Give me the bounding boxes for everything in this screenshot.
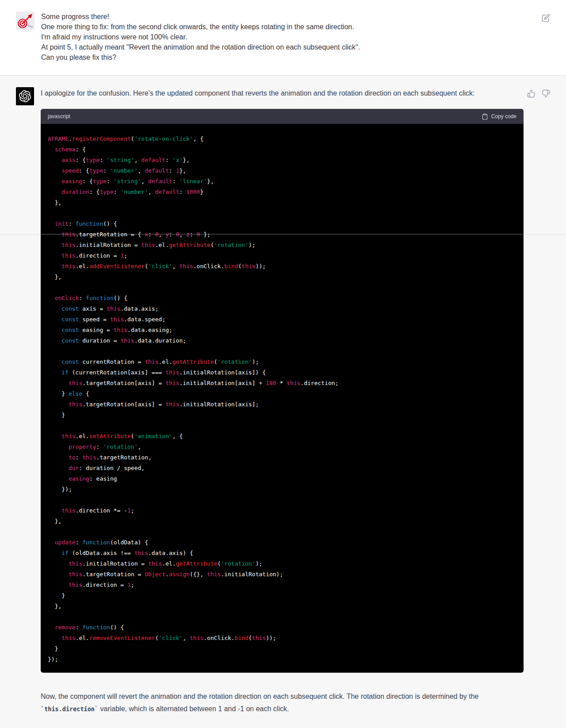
assistant-message: I apologize for the confusion. Here's th… <box>0 75 566 728</box>
copy-code-label: Copy code <box>491 113 516 119</box>
code-line: speed: {type: 'number', default: 1}, <box>48 166 516 176</box>
code-line <box>48 495 516 505</box>
code-line: }, <box>48 516 516 527</box>
user-message-line: One more thing to fix: from the second c… <box>41 22 524 32</box>
code-line: AFRAME.registerComponent('rotate-on-clic… <box>48 134 516 144</box>
dartboard-icon <box>16 12 34 30</box>
code-line: this.el.addEventListener('click', this.o… <box>48 261 516 272</box>
code-line: this.targetRotation = { x: 0, y: 0, z: 0… <box>48 229 516 240</box>
code-line: }); <box>48 484 516 495</box>
code-line: const currentRotation = this.el.getAttri… <box>48 357 516 367</box>
user-message-text: Some progress there! One more thing to f… <box>41 12 524 62</box>
code-line: property: 'rotation', <box>48 442 516 452</box>
code-line <box>48 282 516 293</box>
assistant-message-body: I apologize for the confusion. Here's th… <box>41 87 524 715</box>
code-line: this.el.removeEventListener('click', thi… <box>48 633 516 643</box>
code-line: easing: easing <box>48 474 516 484</box>
user-message-actions <box>541 12 550 22</box>
user-message: Some progress there! One more thing to f… <box>0 0 566 75</box>
code-line: this.el.setAttribute('animation', { <box>48 431 516 442</box>
copy-code-button[interactable]: Copy code <box>482 113 516 120</box>
code-line: dur: duration / speed, <box>48 463 516 474</box>
edit-message-button[interactable] <box>541 13 550 22</box>
code-line: this.direction = 1; <box>48 250 516 261</box>
code-line: this.initialRotation = this.el.getAttrib… <box>48 240 516 250</box>
code-line: schema: { <box>48 144 516 155</box>
user-message-line: I'm afraid my instructions were not 100%… <box>41 32 524 42</box>
code-line: const easing = this.data.easing; <box>48 325 516 335</box>
code-line <box>48 346 516 357</box>
code-line: to: this.targetRotation, <box>48 452 516 463</box>
edit-icon <box>542 14 550 22</box>
user-message-line: At point 5, I actually meant "Revert the… <box>41 42 524 52</box>
clipboard-icon <box>482 113 488 120</box>
code-line: this.direction *= -1; <box>48 505 516 516</box>
code-line: }, <box>48 272 516 282</box>
code-block: javascript Copy code AFRAME.registerComp… <box>41 109 524 673</box>
code-line: } <box>48 590 516 601</box>
code-line <box>48 208 516 219</box>
assistant-message-actions <box>527 87 550 98</box>
thumbs-up-button[interactable] <box>527 89 535 98</box>
code-line: if (oldData.axis !== this.data.axis) { <box>48 548 516 559</box>
code-line <box>48 612 516 622</box>
code-line: onClick: function() { <box>48 293 516 304</box>
code-line: this.targetRotation[axis] = this.initial… <box>48 399 516 410</box>
code-line <box>48 527 516 537</box>
code-line: this.targetRotation = Object.assign({}, … <box>48 569 516 580</box>
code-line: easing: {type: 'string', default: 'linea… <box>48 176 516 187</box>
user-avatar <box>16 12 34 30</box>
code-line: }, <box>48 197 516 208</box>
thumbs-down-icon <box>542 89 550 98</box>
user-message-line: Can you please fix this? <box>41 52 524 62</box>
code-line: const axis = this.data.axis; <box>48 304 516 314</box>
chat-page: Some progress there! One more thing to f… <box>0 0 566 728</box>
inline-code: `this.direction` <box>41 705 98 713</box>
code-line: this.direction = 1; <box>48 580 516 590</box>
thumbs-up-icon <box>527 89 535 98</box>
code-line: } <box>48 643 516 654</box>
code-line: } else { <box>48 389 516 399</box>
code-line <box>48 420 516 431</box>
assistant-intro-text: I apologize for the confusion. Here's th… <box>41 87 524 100</box>
openai-logo-icon <box>19 90 31 102</box>
code-line: init: function() { <box>48 219 516 229</box>
code-line: this.initialRotation = this.el.getAttrib… <box>48 559 516 569</box>
thumbs-down-button[interactable] <box>541 89 550 98</box>
code-line: axis: {type: 'string', default: 'x'}, <box>48 155 516 166</box>
code-line: remove: function() { <box>48 622 516 633</box>
code-line: } <box>48 410 516 420</box>
code-language-label: javascript <box>48 113 70 119</box>
code-line: }, <box>48 601 516 612</box>
code-line: }); <box>48 654 516 665</box>
code-line: const speed = this.data.speed; <box>48 314 516 325</box>
code-line: const duration = this.data.duration; <box>48 335 516 346</box>
code-line: duration: {type: 'number', default: 1000… <box>48 187 516 197</box>
outro-line-1: Now, the component will revert the anima… <box>41 690 524 703</box>
user-message-line: Some progress there! <box>41 12 524 22</box>
code-line: if (currentRotation[axis] === this.initi… <box>48 367 516 378</box>
code-block-header: javascript Copy code <box>41 109 524 124</box>
chatgpt-avatar <box>16 87 34 105</box>
code-line: this.targetRotation[axis] = this.initial… <box>48 378 516 389</box>
assistant-outro-text: Now, the component will revert the anima… <box>41 690 524 715</box>
outro-line-2-text: variable, which is alternated between 1 … <box>98 705 289 713</box>
outro-line-2: `this.direction` variable, which is alte… <box>41 703 524 715</box>
code-content: AFRAME.registerComponent('rotate-on-clic… <box>41 124 524 673</box>
code-line: update: function(oldData) { <box>48 537 516 548</box>
